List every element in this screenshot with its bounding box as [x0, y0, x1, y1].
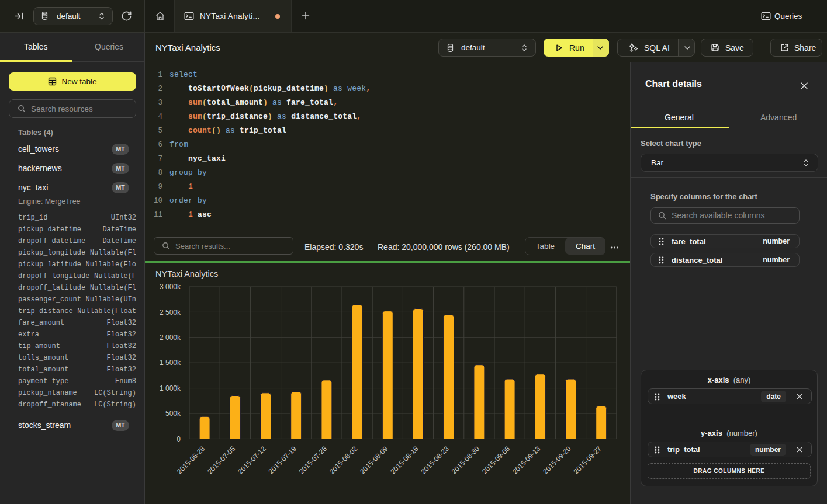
svg-text:NYTaxi Analytics: NYTaxi Analytics — [155, 269, 218, 279]
svg-text:2015-09-06: 2015-09-06 — [480, 444, 512, 476]
svg-text:0: 0 — [177, 435, 181, 443]
svg-text:1 500k: 1 500k — [160, 359, 181, 367]
svg-text:2015-06-28: 2015-06-28 — [175, 444, 207, 476]
svg-text:2015-09-20: 2015-09-20 — [541, 444, 573, 476]
svg-text:2015-08-30: 2015-08-30 — [450, 444, 482, 476]
svg-text:2015-07-12: 2015-07-12 — [236, 444, 268, 476]
svg-text:1 000k: 1 000k — [160, 384, 181, 392]
svg-text:2015-08-09: 2015-08-09 — [358, 444, 390, 476]
svg-text:2015-07-26: 2015-07-26 — [297, 444, 329, 476]
svg-text:2015-09-13: 2015-09-13 — [511, 444, 542, 476]
svg-text:500k: 500k — [165, 409, 181, 418]
svg-text:2 000k: 2 000k — [160, 333, 181, 342]
svg-text:2015-08-02: 2015-08-02 — [328, 444, 359, 476]
svg-text:2015-07-19: 2015-07-19 — [267, 444, 299, 476]
svg-text:2015-08-23: 2015-08-23 — [420, 444, 451, 476]
svg-text:3 000k: 3 000k — [160, 283, 181, 291]
svg-text:2015-07-05: 2015-07-05 — [206, 444, 237, 476]
svg-text:2015-09-27: 2015-09-27 — [572, 444, 604, 476]
svg-text:2015-08-16: 2015-08-16 — [389, 444, 420, 476]
svg-text:2 500k: 2 500k — [160, 308, 181, 317]
